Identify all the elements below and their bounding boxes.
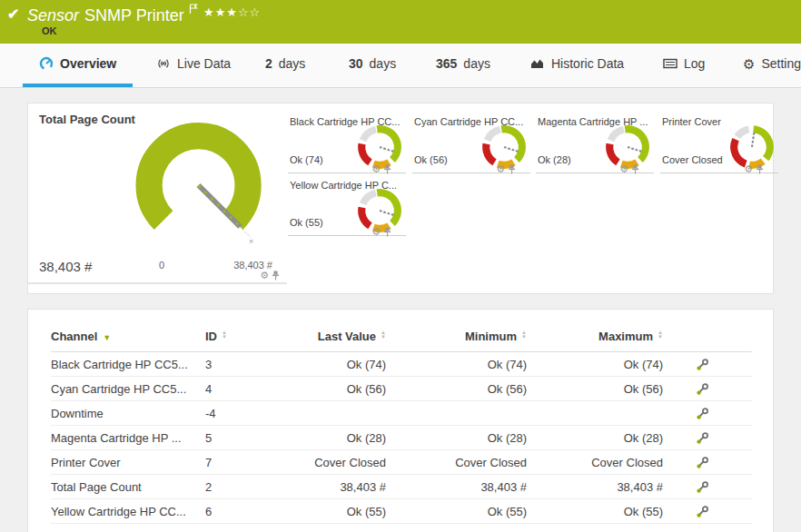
stars-filled: ★★★ xyxy=(203,5,238,19)
tab-settings[interactable]: ⚙ Settings xyxy=(739,44,801,84)
gauge-title: Printer Cover xyxy=(662,116,721,127)
status-badge: OK xyxy=(42,25,57,36)
minimum-value: Ok (56) xyxy=(419,377,559,401)
table-row: Cyan Cartridge HP CC5... 4 Ok (56) Ok (5… xyxy=(51,377,752,401)
table-row: Yellow Cartridge HP CC... 6 Ok (55) Ok (… xyxy=(51,499,752,524)
edit-channel-icon[interactable] xyxy=(696,383,708,396)
tab-live-data[interactable]: Live Data xyxy=(153,44,234,84)
gauge-tile-magenta-cartridge[interactable]: Magenta Cartridge HP ... Ok (28) ⚙ xyxy=(536,113,654,173)
last-value: Ok (28) xyxy=(296,426,419,450)
maximum-value: Cover Closed xyxy=(559,450,696,475)
tab-log[interactable]: Log xyxy=(659,44,708,84)
tab-overview[interactable]: Overview xyxy=(23,44,133,87)
channel-name: Black Cartridge HP CC5... xyxy=(51,352,205,377)
gear-icon[interactable]: ⚙ xyxy=(744,164,753,174)
historic-data-icon xyxy=(530,56,545,71)
tab-historic-data[interactable]: Historic Data xyxy=(527,44,628,84)
tab-365-days[interactable]: 365 days xyxy=(432,44,494,84)
gauge-value: Ok (28) xyxy=(538,154,571,165)
column-header-last-value[interactable]: Last Value▲▼ xyxy=(296,322,419,352)
column-header-channel[interactable]: Channel▼ xyxy=(51,322,205,352)
pin-icon[interactable] xyxy=(383,227,391,237)
gear-icon[interactable]: ⚙ xyxy=(619,164,628,174)
ok-check-icon: ✔ xyxy=(7,5,19,23)
gauge-value: Cover Closed xyxy=(662,154,723,165)
priority-stars[interactable]: ★★★☆☆ xyxy=(203,5,261,19)
tab-number: 365 xyxy=(436,56,457,71)
channel-name: Printer Cover xyxy=(51,450,205,475)
sensor-name: SNMP Printer xyxy=(84,6,184,25)
last-value: Ok (56) xyxy=(296,377,419,401)
tab-label: Settings xyxy=(761,56,801,71)
gauge-tile-cyan-cartridge[interactable]: Cyan Cartridge HP CC... Ok (56) ⚙ xyxy=(412,113,530,173)
channel-name: Total Page Count xyxy=(51,475,205,499)
gauge-tile-yellow-cartridge[interactable]: Yellow Cartridge HP C... Ok (55) ⚙ xyxy=(288,176,406,236)
channel-id: 3 xyxy=(205,352,296,377)
stars-empty: ☆☆ xyxy=(238,5,261,19)
tab-number: 2 xyxy=(265,56,272,71)
gauge-value: Ok (55) xyxy=(290,217,323,228)
last-value: 38,403 # xyxy=(296,475,419,499)
gauge-scale-min: 0 xyxy=(159,260,164,271)
edit-channel-icon[interactable] xyxy=(696,457,708,469)
maximum-value: Ok (55) xyxy=(559,499,696,524)
channel-id: 5 xyxy=(205,426,296,450)
maximum-value xyxy=(559,401,696,426)
edit-channel-icon[interactable] xyxy=(696,408,708,420)
tab-label: days xyxy=(279,56,306,71)
channels-panel: Channel▼ ID▲▼ Last Value▲▼ Minimum▲▼ Max… xyxy=(27,309,774,532)
gauge-value: Ok (56) xyxy=(414,154,448,165)
last-value: Cover Closed xyxy=(296,450,419,475)
channel-id: 4 xyxy=(205,377,296,401)
gear-icon[interactable]: ⚙ xyxy=(260,271,269,281)
pin-icon[interactable] xyxy=(756,164,764,174)
tab-label: days xyxy=(463,56,490,71)
last-value: Ok (74) xyxy=(296,352,419,377)
column-header-minimum[interactable]: Minimum▲▼ xyxy=(419,322,559,352)
table-row: Downtime -4 xyxy=(51,401,752,426)
edit-channel-icon[interactable] xyxy=(696,432,708,445)
minimum-value: Ok (55) xyxy=(419,499,559,524)
gear-icon[interactable]: ⚙ xyxy=(371,227,381,237)
sensor-type-label: Sensor xyxy=(27,6,79,25)
tab-2-days[interactable]: 2 days xyxy=(262,44,309,84)
column-header-maximum[interactable]: Maximum▲▼ xyxy=(559,322,696,352)
pin-icon[interactable] xyxy=(631,164,639,174)
channel-name: Yellow Cartridge HP CC... xyxy=(51,499,205,524)
edit-channel-icon[interactable] xyxy=(696,359,708,371)
gauge-tile-black-cartridge[interactable]: Black Cartridge HP CC... Ok (74) ⚙ xyxy=(288,113,406,173)
edit-channel-icon[interactable] xyxy=(696,481,708,494)
pin-icon[interactable] xyxy=(272,271,280,281)
sort-icon: ▲▼ xyxy=(658,330,663,340)
gauge-value: Ok (74) xyxy=(290,154,323,165)
total-page-count-tile[interactable]: Total Page Count × 0 38,403 # 38,403 # ⚙ xyxy=(28,103,287,284)
total-page-count-gauge: × xyxy=(119,116,282,258)
pin-icon[interactable] xyxy=(508,164,516,174)
maximum-value: Ok (28) xyxy=(559,426,696,450)
edit-channel-icon[interactable] xyxy=(696,506,708,518)
tab-label: Log xyxy=(684,56,705,71)
minimum-value: 38,403 # xyxy=(419,475,559,499)
page-title: SensorSNMP Printer xyxy=(27,4,198,25)
pin-icon[interactable] xyxy=(383,164,391,174)
channel-id: 7 xyxy=(205,450,296,475)
channel-name: Cyan Cartridge HP CC5... xyxy=(51,377,205,401)
table-row: Printer Cover 7 Cover Closed Cover Close… xyxy=(51,450,752,475)
gauge-value: 38,403 # xyxy=(39,259,92,274)
channel-name: Downtime xyxy=(51,401,205,426)
gear-icon[interactable]: ⚙ xyxy=(496,164,505,174)
tab-30-days[interactable]: 30 days xyxy=(345,44,400,84)
overview-content: Total Page Count × 0 38,403 # 38,403 # ⚙… xyxy=(0,88,801,532)
gauges-panel: Total Page Count × 0 38,403 # 38,403 # ⚙… xyxy=(27,103,774,294)
live-data-icon xyxy=(156,56,171,71)
svg-text:×: × xyxy=(249,237,253,246)
column-header-id[interactable]: ID▲▼ xyxy=(205,322,296,352)
tab-label: Live Data xyxy=(177,56,231,71)
gauge-tile-printer-cover[interactable]: Printer Cover Cover Closed ⚙ xyxy=(660,113,778,173)
tab-label: Overview xyxy=(60,56,116,71)
last-value: Ok (55) xyxy=(296,499,419,524)
table-row: Black Cartridge HP CC5... 3 Ok (74) Ok (… xyxy=(51,352,752,377)
maximum-value: Ok (56) xyxy=(559,377,696,401)
maximum-value: Ok (74) xyxy=(559,352,696,377)
gear-icon[interactable]: ⚙ xyxy=(371,164,381,174)
